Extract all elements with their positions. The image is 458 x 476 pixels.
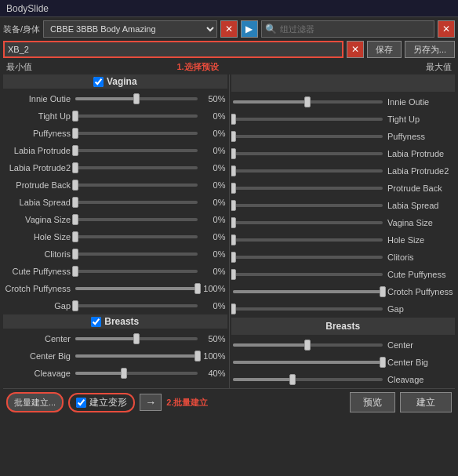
right-label-crotch-puffyness: Crotch Puffyness <box>383 287 453 296</box>
saveas-button[interactable]: 另存为... <box>405 41 455 58</box>
slider-label-crotch-puffyness: Crotch Puffyness <box>5 284 75 293</box>
right-slider-row-labia-protrude2: Labia Protrude2 <box>231 162 456 180</box>
body-label: 装备/身体 <box>3 24 40 35</box>
slider-hole-size[interactable] <box>75 235 198 238</box>
breasts-checkbox[interactable] <box>91 317 101 327</box>
slider-pct-labia-spread: 0% <box>198 198 226 207</box>
build-button[interactable]: 建立 <box>400 392 452 412</box>
slider-labia-protrude2[interactable] <box>75 166 198 169</box>
slider-clitoris[interactable] <box>75 253 198 256</box>
right-slider-cute-puffyness[interactable] <box>233 273 383 276</box>
slider-row-center: Center 50% <box>3 330 227 347</box>
right-slider-gap[interactable] <box>233 307 383 311</box>
slider-tight-up[interactable] <box>75 114 198 118</box>
select-preset-hint: 1.选择预设 <box>176 61 218 73</box>
body-select[interactable]: CBBE 3BBB Body Amazing <box>43 20 216 38</box>
build-morph-checkbox[interactable] <box>76 398 86 408</box>
slider-gap[interactable] <box>75 304 198 307</box>
right-slider-row-crotch-puffyness: Crotch Puffyness <box>231 283 456 300</box>
slider-row-gap: Gap 0% <box>3 297 227 314</box>
slider-crotch-puffyness[interactable] <box>75 287 198 290</box>
max-label: 最大值 <box>426 61 452 73</box>
slider-protrude-back[interactable] <box>75 183 198 187</box>
slider-vagina-size[interactable] <box>75 218 198 221</box>
slider-label-clitoris: Clitoris <box>5 249 75 259</box>
right-label-cute-puffyness: Cute Puffyness <box>383 270 453 279</box>
slider-center-big[interactable] <box>75 354 198 358</box>
right-label-clitoris: Clitoris <box>383 253 453 262</box>
slider-label-labia-spread: Labia Spread <box>5 198 75 207</box>
filter-box: 🔍 <box>261 20 434 38</box>
slider-cute-puffyness[interactable] <box>75 270 198 273</box>
slider-row-tight-up: Tight Up 0% <box>3 107 227 125</box>
right-slider-labia-spread[interactable] <box>233 204 383 207</box>
right-label-labia-protrude2: Labia Protrude2 <box>383 166 453 176</box>
batch-build-button[interactable]: 批量建立... <box>6 392 64 412</box>
filter-clear-button[interactable]: ✕ <box>438 20 455 38</box>
save-button[interactable]: 保存 <box>367 41 402 58</box>
slider-innie-outie[interactable] <box>75 97 198 100</box>
right-slider-row-vagina-size: Vagina Size <box>231 214 456 231</box>
app-title: BodySlide <box>6 3 49 14</box>
body-info-button[interactable]: ▶ <box>241 20 258 38</box>
batch-note: 2.批量建立 <box>166 397 208 409</box>
right-slider-vagina-size[interactable] <box>233 221 383 224</box>
slider-label-labia-protrude: Labia Protrude <box>5 146 75 155</box>
breasts-header: Breasts <box>3 314 227 329</box>
slider-label-tight-up: Tight Up <box>5 111 75 121</box>
right-slider-labia-protrude[interactable] <box>233 152 383 155</box>
slider-labia-spread[interactable] <box>75 201 198 204</box>
body-clear-button[interactable]: ✕ <box>220 20 238 38</box>
slider-area: Vagina Innie Outie 50% Tight Up 0% <box>3 74 455 388</box>
slider-row-labia-spread: Labia Spread 0% <box>3 194 227 211</box>
right-slider-crotch-puffyness[interactable] <box>233 290 383 293</box>
preview-button[interactable]: 预览 <box>350 392 395 412</box>
preset-clear-button[interactable]: ✕ <box>347 41 364 58</box>
vagina-checkbox[interactable] <box>93 77 104 87</box>
preset-input[interactable] <box>3 41 344 58</box>
slider-pct-puffyness: 0% <box>198 129 226 138</box>
slider-label-cute-puffyness: Cute Puffyness <box>5 267 75 276</box>
right-slider-tight-up[interactable] <box>233 118 383 121</box>
slider-labia-protrude[interactable] <box>75 149 198 152</box>
right-slider-cleavage[interactable] <box>233 378 383 381</box>
search-icon: 🔍 <box>265 24 277 35</box>
slider-center[interactable] <box>75 337 198 340</box>
right-slider-row-clitoris: Clitoris <box>231 249 456 266</box>
right-slider-puffyness[interactable] <box>233 135 383 138</box>
slider-row-labia-protrude: Labia Protrude 0% <box>3 142 227 159</box>
right-label-innie-outie: Innie Outie <box>383 97 453 107</box>
slider-pct-labia-protrude2: 0% <box>198 163 226 173</box>
slider-cleavage[interactable] <box>75 372 198 375</box>
slider-pct-hole-size: 0% <box>198 232 226 242</box>
left-column: Vagina Innie Outie 50% Tight Up 0% <box>3 74 227 388</box>
right-label-tight-up: Tight Up <box>383 114 453 124</box>
right-slider-center[interactable] <box>233 343 383 347</box>
slider-label-hole-size: Hole Size <box>5 232 75 242</box>
right-vagina-header-spacer <box>231 74 456 92</box>
right-slider-innie-outie[interactable] <box>233 100 383 104</box>
slider-pct-tight-up: 0% <box>198 111 226 121</box>
right-slider-row-puffyness: Puffyness <box>231 128 456 145</box>
build-morph-label: 建立变形 <box>89 396 127 409</box>
slider-row-clitoris: Clitoris 0% <box>3 245 227 263</box>
right-slider-row-cute-puffyness: Cute Puffyness <box>231 266 456 283</box>
right-label-vagina-size: Vagina Size <box>383 218 453 227</box>
slider-row-cute-puffyness: Cute Puffyness 0% <box>3 263 227 280</box>
right-slider-center-big[interactable] <box>233 361 383 364</box>
right-slider-row-center-big: Center Big <box>231 354 456 371</box>
right-slider-protrude-back[interactable] <box>233 187 383 190</box>
filter-input[interactable] <box>280 24 343 34</box>
build-morph-row: 建立变形 <box>68 393 135 412</box>
right-slider-row-labia-protrude: Labia Protrude <box>231 145 456 162</box>
right-slider-labia-protrude2[interactable] <box>233 169 383 173</box>
arrow-button[interactable]: → <box>140 394 162 411</box>
slider-label-gap: Gap <box>5 301 75 311</box>
slider-puffyness[interactable] <box>75 132 198 135</box>
right-slider-hole-size[interactable] <box>233 238 383 242</box>
slider-row-cleavage: Cleavage 40% <box>3 365 227 382</box>
slider-label-labia-protrude2: Labia Protrude2 <box>5 163 75 173</box>
right-slider-row-cleavage: Cleavage <box>231 371 456 388</box>
right-slider-clitoris[interactable] <box>233 256 383 259</box>
titlebar: BodySlide <box>0 0 458 17</box>
